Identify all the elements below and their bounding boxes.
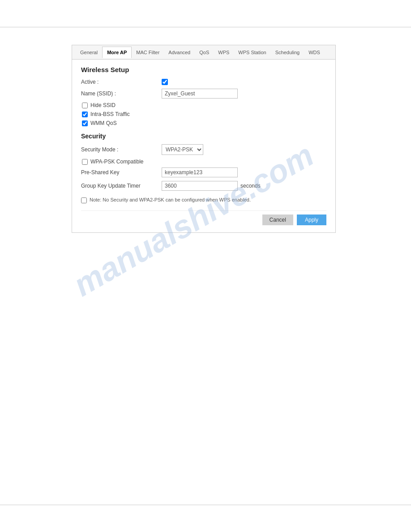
hide-ssid-row: Hide SSID — [82, 102, 326, 108]
name-ssid-row: Name (SSID) : — [81, 89, 326, 99]
group-key-row: Group Key Update Timer seconds — [81, 181, 326, 191]
group-key-suffix: seconds — [240, 183, 261, 189]
security-mode-row: Security Mode : WPA2-PSK No Security WPA… — [81, 144, 326, 155]
tab-mac-filter[interactable]: MAC Filter — [132, 47, 164, 58]
top-border — [0, 27, 411, 27]
tab-qos[interactable]: QoS — [195, 47, 214, 58]
intra-bss-label: Intra-BSS Traffic — [90, 111, 130, 117]
bottom-border — [0, 505, 411, 505]
cancel-button[interactable]: Cancel — [262, 215, 293, 225]
note-row: Note: No Security and WPA2-PSK can be co… — [81, 197, 326, 203]
wmm-qos-checkbox[interactable] — [82, 120, 88, 126]
group-key-label: Group Key Update Timer — [81, 183, 162, 189]
active-row: Active : — [81, 79, 326, 85]
panel-container: General More AP MAC Filter Advanced QoS … — [72, 45, 336, 233]
security-title: Security — [81, 133, 326, 140]
name-ssid-input[interactable] — [162, 89, 238, 99]
security-mode-label: Security Mode : — [81, 146, 162, 153]
tab-general[interactable]: General — [76, 47, 102, 58]
hide-ssid-checkbox[interactable] — [82, 103, 88, 108]
wmm-qos-row: WMM QoS — [82, 120, 326, 126]
wmm-qos-label: WMM QoS — [90, 120, 117, 126]
pre-shared-key-label: Pre-Shared Key — [81, 169, 162, 176]
section-divider: Security — [81, 133, 326, 140]
tab-bar: General More AP MAC Filter Advanced QoS … — [72, 45, 335, 60]
note-checkbox[interactable] — [81, 197, 87, 203]
tab-wps-station[interactable]: WPS Station — [234, 47, 270, 58]
tab-wds[interactable]: WDS — [304, 47, 325, 58]
wpa-psk-compat-checkbox[interactable] — [82, 159, 88, 165]
name-ssid-label: Name (SSID) : — [81, 90, 162, 97]
pre-shared-key-row: Pre-Shared Key — [81, 167, 326, 177]
hide-ssid-label: Hide SSID — [90, 102, 116, 108]
intra-bss-row: Intra-BSS Traffic — [82, 111, 326, 117]
tab-scheduling[interactable]: Scheduling — [271, 47, 304, 58]
wpa-psk-compat-row: WPA-PSK Compatible — [82, 159, 326, 165]
pre-shared-key-input[interactable] — [162, 167, 238, 177]
tab-advanced[interactable]: Advanced — [164, 47, 195, 58]
apply-button[interactable]: Apply — [297, 215, 326, 225]
content-area: Wireless Setup Active : Name (SSID) : Hi… — [72, 60, 335, 232]
group-key-input[interactable] — [162, 181, 238, 191]
button-row: Cancel Apply — [81, 210, 326, 225]
wpa-psk-compat-label: WPA-PSK Compatible — [90, 159, 143, 165]
tab-wps[interactable]: WPS — [214, 47, 234, 58]
security-mode-select[interactable]: WPA2-PSK No Security WPA-PSK WEP — [162, 144, 203, 155]
active-label: Active : — [81, 79, 162, 85]
note-text: Note: No Security and WPA2-PSK can be co… — [90, 197, 251, 202]
wireless-setup-title: Wireless Setup — [81, 66, 326, 73]
tab-more-ap[interactable]: More AP — [102, 47, 132, 58]
intra-bss-checkbox[interactable] — [82, 112, 88, 117]
active-checkbox[interactable] — [162, 79, 168, 85]
